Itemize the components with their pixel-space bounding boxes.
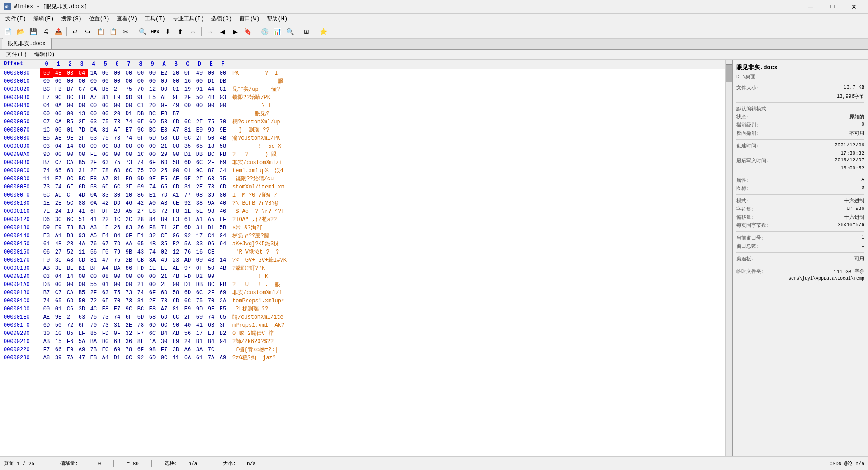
hex-cell[interactable]: 00 [123, 102, 135, 110]
hex-cell[interactable]: BC [205, 150, 217, 159]
hex-cell[interactable]: AE [170, 175, 182, 183]
hex-cell[interactable]: 6C [146, 329, 158, 338]
hex-cell[interactable]: 00 [52, 150, 64, 159]
hex-cell[interactable]: AF [111, 126, 123, 134]
table-row[interactable]: 00000130D9E973B3A31E268326F8712E6D31D15B… [0, 224, 725, 232]
hex-cell[interactable]: 73 [123, 297, 135, 305]
hex-cell[interactable]: 00 [99, 102, 111, 110]
hex-cell[interactable]: F8 [146, 224, 158, 232]
table-row[interactable]: 00000170F03DA8CD8147762BCB8A4923AD094B14… [0, 256, 725, 264]
hex-cell[interactable]: D1 [182, 281, 193, 289]
hex-cell[interactable]: 73 [123, 289, 135, 297]
hex-cell[interactable]: FB [217, 281, 229, 289]
hex-cell[interactable]: 56 [182, 329, 193, 338]
hex-cell[interactable]: 78 [205, 183, 217, 191]
table-row[interactable]: 00000210AB15F65ABAD06B368E1A308924B1B494… [0, 338, 725, 346]
hex-cell[interactable]: 58 [158, 118, 170, 126]
hex-cell[interactable]: A6 [182, 346, 193, 354]
hex-cell[interactable]: 17 [193, 329, 205, 338]
tab-docx[interactable]: 眼见非实.docx [2, 38, 52, 49]
hex-cell[interactable]: 00 [41, 305, 52, 313]
hex-cell[interactable]: A7 [88, 94, 99, 102]
hex-cell[interactable]: 00 [135, 142, 146, 150]
hex-cell[interactable]: 31 [76, 167, 88, 175]
menu-tools[interactable]: 工具(T) [141, 14, 169, 24]
hex-cell[interactable]: AA [123, 240, 135, 248]
hex-cell[interactable]: 00 [64, 281, 76, 289]
hex-cell[interactable]: C7 [52, 289, 64, 297]
hex-cell[interactable]: 1E [182, 207, 193, 216]
hex-cell[interactable]: 36 [123, 338, 135, 346]
restore-button[interactable]: ❐ [822, 0, 843, 14]
file-menu-file[interactable]: 文件(L) [3, 50, 31, 59]
hex-cell[interactable]: 12 [146, 85, 158, 94]
hex-cell[interactable]: 63 [99, 289, 111, 297]
hex-cell[interactable]: 6D [64, 167, 76, 175]
hex-cell[interactable]: 97 [182, 264, 193, 273]
hex-cell[interactable]: 6D [170, 134, 182, 142]
hex-cell[interactable]: 71 [158, 224, 170, 232]
hex-cell[interactable]: 92 [135, 354, 146, 362]
hex-cell[interactable]: 40 [182, 321, 193, 329]
hex-cell[interactable]: 74 [111, 313, 123, 321]
hex-cell[interactable]: 6D [64, 297, 76, 305]
hex-cell[interactable]: 9C [193, 167, 205, 175]
hex-cell[interactable]: 81 [170, 305, 182, 313]
hex-cell[interactable]: 9D [205, 126, 217, 134]
hex-cell[interactable]: 0A [88, 191, 99, 199]
hex-cell[interactable]: E3 [41, 232, 52, 240]
hex-cell[interactable]: 24 [52, 207, 64, 216]
hex-cell[interactable]: 78 [158, 297, 170, 305]
hex-cell[interactable]: 7D [111, 240, 123, 248]
table-row[interactable]: 000000E073746F6D586D6C2F6974656D312E786D… [0, 183, 725, 191]
hex-cell[interactable]: E7 [111, 305, 123, 313]
hex-cell[interactable]: 79 [111, 248, 123, 256]
hex-cell[interactable]: FB [158, 110, 170, 118]
hex-cell[interactable]: EE [158, 264, 170, 273]
hex-cell[interactable]: 94 [217, 232, 229, 240]
hex-cell[interactable]: 31 [135, 297, 146, 305]
hex-cell[interactable]: 00 [111, 77, 123, 85]
hex-cell[interactable]: 55 [88, 281, 99, 289]
print-button[interactable]: 🖨 [40, 26, 52, 38]
hex-cell[interactable]: DB [41, 281, 52, 289]
hex-cell[interactable]: 9B [123, 248, 135, 256]
hex-cell[interactable]: 00 [76, 77, 88, 85]
hex-cell[interactable]: A7 [170, 126, 182, 134]
hex-cell[interactable]: 38 [193, 199, 205, 207]
hex-cell[interactable]: F6 [64, 338, 76, 346]
hex-cell[interactable]: 15 [52, 338, 64, 346]
hex-cell[interactable]: 00 [76, 273, 88, 281]
hex-cell[interactable]: 09 [193, 256, 205, 264]
hex-cell[interactable]: 6F [64, 183, 76, 191]
hex-cell[interactable]: CF [64, 191, 76, 199]
hex-cell[interactable]: 9C [123, 305, 135, 313]
hex-cell[interactable]: 74 [41, 297, 52, 305]
hex-cell[interactable]: 3E [52, 264, 64, 273]
hex-cell[interactable]: 66 [52, 346, 64, 354]
hex-cell[interactable]: 7D [76, 126, 88, 134]
hex-cell[interactable]: 19 [64, 207, 76, 216]
hex-cell[interactable]: 6C [123, 167, 135, 175]
hex-cell[interactable]: E7 [123, 126, 135, 134]
hex-cell[interactable]: 89 [170, 338, 182, 346]
hex-cell[interactable]: 90 [170, 321, 182, 329]
hex-cell[interactable]: 75 [111, 159, 123, 167]
hex-cell[interactable]: 01 [64, 126, 76, 134]
hex-cell[interactable]: 4D [76, 191, 88, 199]
hex-cell[interactable]: 31 [193, 224, 205, 232]
hex-cell[interactable]: 9E [135, 94, 146, 102]
hex-cell[interactable]: B7 [170, 110, 182, 118]
hex-cell[interactable]: 32 [123, 329, 135, 338]
hex-cell[interactable]: 74 [146, 248, 158, 256]
hex-cell[interactable]: 00 [41, 110, 52, 118]
hex-cell[interactable]: 9E [205, 305, 217, 313]
hex-cell[interactable]: 2F [111, 85, 123, 94]
hex-cell[interactable]: 6F [135, 118, 146, 126]
hex-cell[interactable]: 00 [217, 69, 229, 77]
hex-cell[interactable]: 98 [205, 207, 217, 216]
hex-cell[interactable]: 67 [99, 240, 111, 248]
hex-cell[interactable]: 84 [146, 216, 158, 224]
hex-cell[interactable]: 00 [123, 273, 135, 281]
hex-cell[interactable]: BC [135, 305, 146, 313]
